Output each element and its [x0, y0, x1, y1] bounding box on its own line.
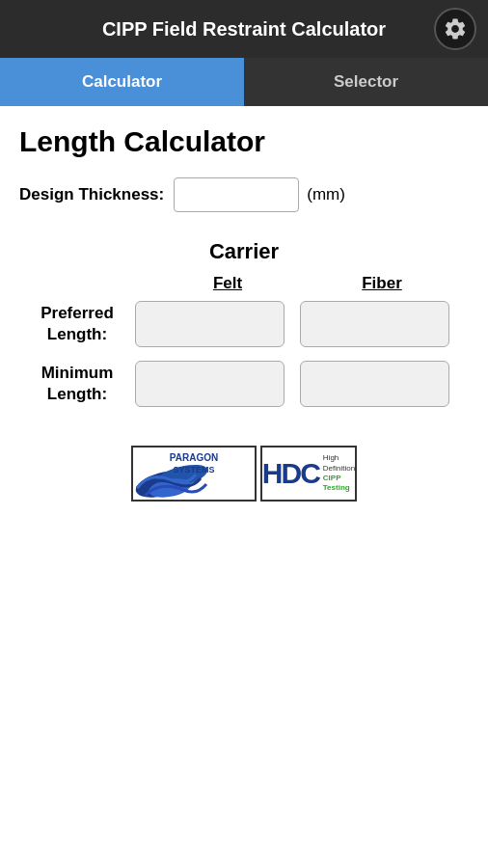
hdc-subtext-line2: CIPP Testing: [323, 474, 355, 494]
tab-bar: Calculator Selector: [0, 58, 488, 106]
carrier-section: Carrier Felt Fiber PreferredLength: Mini…: [19, 239, 469, 407]
thickness-input[interactable]: [174, 177, 299, 212]
minimum-length-label: MinimumLength:: [19, 363, 135, 405]
settings-button[interactable]: [434, 8, 476, 50]
tab-selector[interactable]: Selector: [244, 58, 488, 106]
minimum-length-row: MinimumLength:: [19, 361, 469, 407]
minimum-length-inputs: [135, 361, 469, 407]
gear-icon: [443, 16, 468, 41]
minimum-length-fiber-input[interactable]: [300, 361, 449, 407]
col-header-fiber: Fiber: [305, 274, 459, 293]
carrier-title: Carrier: [19, 239, 469, 264]
page-title: Length Calculator: [19, 125, 469, 158]
thickness-row: Design Thickness: (mm): [19, 177, 469, 212]
preferred-length-fiber-input[interactable]: [300, 301, 449, 347]
svg-text:PARAGON: PARAGON: [170, 452, 218, 463]
hdc-subtext-line1: High Definition: [323, 453, 355, 474]
preferred-length-label: PreferredLength:: [19, 303, 135, 345]
app-title: CIPP Field Restraint Calculator: [54, 18, 434, 41]
preferred-length-felt-input[interactable]: [135, 301, 285, 347]
tab-calculator[interactable]: Calculator: [0, 58, 244, 106]
logo-section: PARAGON SYSTEMS HDC High Definition CIPP…: [19, 446, 469, 502]
hdc-text: HDC: [262, 457, 319, 490]
paragon-logo: PARAGON SYSTEMS: [131, 446, 257, 502]
main-content: Length Calculator Design Thickness: (mm)…: [0, 106, 488, 521]
svg-text:SYSTEMS: SYSTEMS: [173, 465, 214, 475]
app-header: CIPP Field Restraint Calculator: [0, 0, 488, 58]
thickness-label: Design Thickness:: [19, 185, 164, 204]
hdc-logo: HDC High Definition CIPP Testing: [260, 446, 357, 502]
minimum-length-felt-input[interactable]: [135, 361, 285, 407]
preferred-length-inputs: [135, 301, 469, 347]
preferred-length-row: PreferredLength:: [19, 301, 469, 347]
unit-label: (mm): [307, 185, 345, 204]
carrier-column-headers: Felt Fiber: [19, 274, 459, 293]
col-header-felt: Felt: [150, 274, 305, 293]
